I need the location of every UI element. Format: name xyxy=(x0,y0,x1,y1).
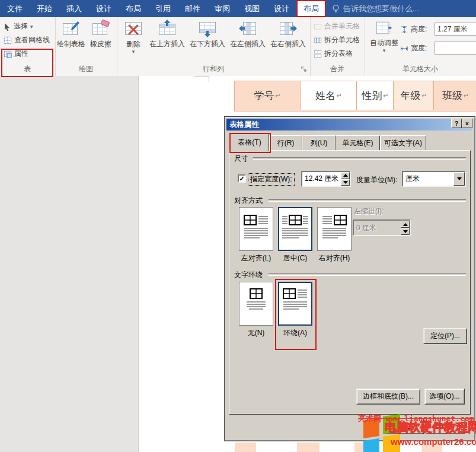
table-fragment xyxy=(297,443,320,452)
tab-design[interactable]: 设计 xyxy=(89,0,119,17)
merge-cells-button[interactable]: 合并单元格 xyxy=(310,20,360,33)
insert-right-button[interactable]: 在右侧插入 xyxy=(269,20,308,62)
height-value: 1.27 厘米 xyxy=(437,24,468,34)
view-gridlines-button[interactable]: 查看网格线 xyxy=(0,34,50,46)
align-right-label: 右对齐(H) xyxy=(312,253,357,263)
spin-up-icon xyxy=(401,221,410,228)
end-of-cell-mark: ↵ xyxy=(275,92,280,100)
autofit-button[interactable]: 自动调整 ▾ xyxy=(368,20,401,62)
help-button[interactable]: ? xyxy=(451,119,462,128)
cursor-arrow-icon xyxy=(4,23,11,31)
document-table-header-row: 学号 ↵ 姓名 ↵ 性别 ↵ 年级 ↵ 班级 ↵ xyxy=(234,81,476,112)
align-left-option[interactable] xyxy=(239,207,273,251)
measure-unit-dropdown[interactable]: 厘米 xyxy=(402,171,466,187)
insert-above-icon xyxy=(158,20,176,37)
tab-layout[interactable]: 布局 xyxy=(119,0,148,17)
align-center-option[interactable] xyxy=(278,207,312,251)
dialog-titlebar[interactable]: 表格属性 xyxy=(226,119,472,130)
table-cell-name[interactable]: 姓名 ↵ xyxy=(300,81,357,110)
spin-up-icon[interactable] xyxy=(341,172,350,179)
align-right-icon xyxy=(320,211,349,247)
end-of-cell-mark: ↵ xyxy=(337,92,342,100)
tab-tabletools-layout-active[interactable]: 布局 xyxy=(296,0,326,17)
text-wrapping-legend: 文字环绕 xyxy=(234,270,263,280)
check-icon: ✓ xyxy=(239,176,244,182)
dialog-tab-alt-text[interactable]: 可选文字(A) xyxy=(380,135,426,151)
positioning-button[interactable]: 定位(P)... xyxy=(423,328,467,344)
split-cells-button[interactable]: 拆分单元格 xyxy=(310,34,360,46)
group-label-rows-columns: 行和列 xyxy=(117,64,310,74)
tab-home[interactable]: 开始 xyxy=(30,0,59,17)
wrap-none-icon xyxy=(242,285,270,322)
alignment-legend: 对齐方式 xyxy=(234,196,263,206)
tab-insert[interactable]: 插入 xyxy=(59,0,89,17)
specify-width-label[interactable]: 指定宽度(W): xyxy=(248,173,295,186)
insert-below-button[interactable]: 在下方插入 xyxy=(188,20,227,62)
group-label-cell-size: 单元格大小 xyxy=(365,64,476,74)
tab-label: 可选文字(A) xyxy=(384,138,422,148)
dropdown-arrow-icon[interactable] xyxy=(453,172,465,186)
eraser-button[interactable]: 橡皮擦 xyxy=(87,20,114,62)
select-label: 选择 xyxy=(14,21,28,31)
end-of-cell-mark: ↵ xyxy=(421,92,427,100)
dialog-tab-cell[interactable]: 单元格(E) xyxy=(336,135,380,151)
table-cell-class[interactable]: 班级 ↵ xyxy=(433,81,476,110)
group-line xyxy=(269,199,466,202)
measure-unit-value: 厘米 xyxy=(405,174,420,184)
dialog-tab-row[interactable]: 行(R) xyxy=(269,135,302,151)
group-line xyxy=(253,157,466,160)
left-indent-label: 左缩进(I): xyxy=(354,206,384,217)
group-draw: 绘制表格 橡皮擦 绘图 xyxy=(55,17,117,76)
select-button[interactable]: 选择 ▾ xyxy=(0,20,33,33)
borders-shading-button[interactable]: 边框和底纹(B)... xyxy=(356,389,420,405)
table-fragment xyxy=(235,443,256,452)
table-cell-gender[interactable]: 性别 ↵ xyxy=(356,81,394,110)
tab-mailings[interactable]: 邮件 xyxy=(178,0,207,17)
split-cells-icon xyxy=(314,36,322,44)
options-button[interactable]: 选项(O)... xyxy=(424,389,465,405)
tab-label: 行(R) xyxy=(277,138,295,148)
table-properties-dialog: 表格属性 ? × 表格(T) 行(R) 列(U) 单元格(E) 可选文字(A) … xyxy=(224,116,475,441)
document-background xyxy=(0,76,138,452)
tell-me-box[interactable]: 告诉我您想要做什么... xyxy=(326,0,419,17)
column-width-control: 宽度: xyxy=(400,42,427,55)
close-button[interactable]: × xyxy=(462,119,472,128)
height-input[interactable]: 1.27 厘米 xyxy=(435,23,476,36)
insert-left-button[interactable]: 在左侧插入 xyxy=(228,20,267,62)
insert-above-button[interactable]: 在上方插入 xyxy=(148,20,187,62)
word-window: 文件 开始 插入 设计 布局 引用 邮件 审阅 视图 设计 布局 告诉我您想要做… xyxy=(0,0,476,452)
insert-right-label: 在右侧插入 xyxy=(270,39,306,49)
tab-review[interactable]: 审阅 xyxy=(207,0,237,17)
split-table-button[interactable]: 拆分表格 xyxy=(310,47,353,60)
group-merge: 合并单元格 拆分单元格 拆分表格 合并 xyxy=(310,17,365,76)
spin-down-icon[interactable] xyxy=(341,179,350,186)
align-center-label: 居中(C) xyxy=(273,253,318,263)
wrap-none-option[interactable] xyxy=(239,282,273,326)
split-cells-label: 拆分单元格 xyxy=(324,35,360,45)
insert-below-label: 在下方插入 xyxy=(190,39,225,49)
left-indent-spinner: 0 厘米 xyxy=(353,219,411,236)
table-cell-student-id[interactable]: 学号 ↵ xyxy=(235,81,300,110)
width-label: 宽度: xyxy=(411,43,427,53)
width-spinner[interactable]: 12.42 厘米 xyxy=(301,171,351,187)
insert-right-icon xyxy=(279,20,297,37)
insert-below-icon xyxy=(199,20,216,37)
tab-tabletools-design[interactable]: 设计 xyxy=(267,0,296,17)
tab-file[interactable]: 文件 xyxy=(0,0,30,17)
chevron-down-icon: ▾ xyxy=(30,24,33,29)
width-input[interactable] xyxy=(435,42,476,55)
draw-table-button[interactable]: 绘制表格 xyxy=(56,20,86,62)
margin-crop-mark xyxy=(194,77,209,82)
specify-width-checkbox[interactable]: ✓ xyxy=(238,174,246,183)
lightbulb-icon xyxy=(332,4,340,14)
tab-references[interactable]: 引用 xyxy=(148,0,178,17)
dialog-tab-column[interactable]: 列(U) xyxy=(302,135,336,151)
table-cell-grade[interactable]: 年级 ↵ xyxy=(393,81,434,110)
align-right-option[interactable] xyxy=(317,207,352,251)
watermark-url-text: www.computer26.com xyxy=(391,437,476,447)
draw-table-label: 绘制表格 xyxy=(57,39,85,49)
dialog-launcher-icon[interactable] xyxy=(301,66,308,74)
ribbon-tab-bar: 文件 开始 插入 设计 布局 引用 邮件 审阅 视图 设计 布局 告诉我您想要做… xyxy=(0,0,476,17)
tab-view[interactable]: 视图 xyxy=(237,0,267,17)
delete-button[interactable]: 删除 ▾ xyxy=(120,20,147,62)
